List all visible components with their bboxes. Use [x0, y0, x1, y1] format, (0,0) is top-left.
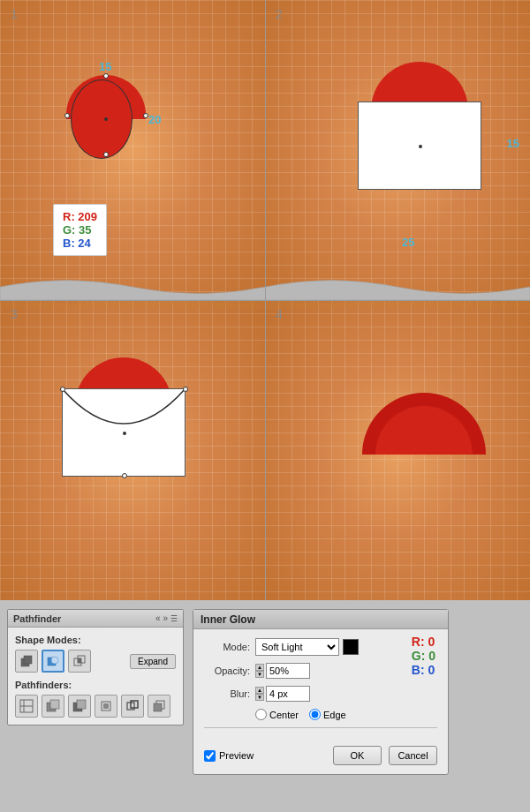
- svg-rect-15: [103, 703, 109, 709]
- edge-label: Edge: [323, 710, 346, 720]
- rgb-g: G: 0: [412, 649, 435, 663]
- preview-checkbox-label[interactable]: Preview: [204, 750, 254, 762]
- rgb-r: R: 0: [412, 635, 435, 649]
- shape-modes-label: Shape Modes:: [15, 635, 176, 645]
- merge-btn[interactable]: [68, 695, 91, 718]
- blur-up-arrow[interactable]: ▲: [255, 687, 264, 694]
- center-radio[interactable]: [255, 709, 267, 720]
- svg-rect-19: [154, 703, 162, 711]
- ok-button[interactable]: OK: [333, 746, 382, 765]
- blur-arrows[interactable]: ▲ ▼: [255, 687, 264, 701]
- cancel-button[interactable]: Cancel: [389, 746, 437, 765]
- panel-menu-icon[interactable]: ☰: [170, 614, 178, 623]
- q1-ellipse: [71, 79, 132, 159]
- minus-front-btn[interactable]: [42, 650, 64, 673]
- edge-radio[interactable]: [309, 709, 321, 720]
- quadrant-1: 1 15 20 R: 209 G: 35 B: 24: [0, 0, 265, 300]
- opacity-input[interactable]: [266, 663, 310, 679]
- q2-label-25: 25: [402, 236, 414, 249]
- blur-input[interactable]: [266, 686, 310, 702]
- pathfinders-label: Pathfinders:: [15, 680, 176, 690]
- opacity-row: Opacity: ▲ ▼: [204, 663, 437, 679]
- q1-color-box: R: 209 G: 35 B: 24: [53, 204, 107, 256]
- inner-glow-dialog: Inner Glow R: 0 G: 0 B: 0 Mode: NormalSo…: [193, 609, 449, 775]
- blur-down-arrow[interactable]: ▼: [255, 694, 264, 701]
- opacity-arrows[interactable]: ▲ ▼: [255, 664, 264, 678]
- q3-anchor-bottom: [122, 473, 127, 478]
- mode-select[interactable]: NormalSoft LightMultiplyScreen: [255, 638, 339, 656]
- shape-modes-row: Expand: [15, 650, 176, 673]
- outline-btn[interactable]: [121, 695, 144, 718]
- pathfinder-panel: Pathfinder « » ☰ Shape Modes:: [7, 609, 184, 726]
- q1-center-dot: [104, 117, 108, 121]
- pathfinder-title: Pathfinder: [13, 613, 61, 624]
- edge-radio-label[interactable]: Edge: [309, 709, 346, 720]
- color-swatch[interactable]: [343, 639, 359, 655]
- blur-spinner: ▲ ▼: [255, 686, 310, 702]
- svg-point-3: [51, 657, 58, 664]
- center-label: Center: [269, 710, 299, 720]
- svg-rect-6: [78, 658, 81, 663]
- canvas-area: 1 15 20 R: 209 G: 35 B: 24 2: [0, 0, 530, 600]
- svg-rect-1: [24, 656, 32, 664]
- quad-number-2: 2: [276, 7, 283, 21]
- q1-color-r: R: 209: [63, 210, 97, 223]
- crop-btn[interactable]: [95, 695, 117, 718]
- quadrant-3: 3: [0, 300, 265, 600]
- mode-label: Mode:: [204, 642, 250, 652]
- q1-color-b: B: 24: [63, 237, 97, 250]
- quadrant-2: 2 15 25: [265, 0, 530, 300]
- minus-back-btn[interactable]: [148, 695, 170, 718]
- rgb-display: R: 0 G: 0 B: 0: [412, 635, 435, 677]
- quadrant-4: 4: [265, 300, 530, 600]
- quad-number-3: 3: [11, 307, 18, 321]
- dialog-footer: Preview OK Cancel: [193, 742, 448, 774]
- preview-checkbox[interactable]: [204, 750, 216, 762]
- panel-collapse-icon2[interactable]: »: [163, 613, 168, 623]
- q3-anchor-top-right: [183, 387, 188, 392]
- pathfinders-row: [15, 695, 176, 718]
- opacity-down-arrow[interactable]: ▼: [255, 671, 264, 678]
- unite-btn[interactable]: [15, 650, 38, 673]
- blur-label: Blur:: [204, 688, 250, 699]
- q1-label-15: 15: [99, 60, 111, 73]
- inner-glow-body: R: 0 G: 0 B: 0 Mode: NormalSoft LightMul…: [193, 629, 448, 742]
- dialog-divider: [204, 727, 437, 728]
- opacity-spinner: ▲ ▼: [255, 663, 310, 679]
- inner-glow-titlebar: Inner Glow: [193, 610, 448, 629]
- quad-number-1: 1: [11, 7, 18, 21]
- trim-btn[interactable]: [42, 695, 64, 718]
- panel-collapse-icon[interactable]: «: [155, 613, 161, 623]
- center-radio-label[interactable]: Center: [255, 709, 299, 720]
- pathfinder-body: Shape Modes:: [8, 628, 183, 725]
- preview-label: Preview: [219, 750, 254, 761]
- intersect-btn[interactable]: [68, 650, 91, 673]
- quad-number-4: 4: [276, 307, 283, 321]
- q1-anchor-left: [64, 113, 70, 118]
- panels-area: Pathfinder « » ☰ Shape Modes:: [0, 600, 530, 812]
- mode-select-wrapper: NormalSoft LightMultiplyScreen: [255, 638, 359, 656]
- rgb-b: B: 0: [412, 663, 435, 677]
- q1-anchor-bottom: [103, 152, 109, 157]
- radio-row: Center Edge: [255, 709, 437, 720]
- q1-label-20: 20: [148, 113, 161, 126]
- opacity-label: Opacity:: [204, 665, 250, 676]
- q2-center-dot: [419, 145, 422, 148]
- q1-anchor-top: [103, 73, 109, 79]
- divide-btn[interactable]: [15, 695, 38, 718]
- panel-controls: « » ☰: [155, 613, 178, 623]
- q1-color-g: G: 35: [63, 223, 97, 237]
- main-container: 1 15 20 R: 209 G: 35 B: 24 2: [0, 0, 530, 812]
- q3-anchor-top-left: [60, 387, 65, 392]
- svg-rect-11: [50, 700, 59, 709]
- mode-row: Mode: NormalSoft LightMultiplyScreen: [204, 638, 437, 656]
- inner-glow-title: Inner Glow: [201, 613, 255, 626]
- expand-button[interactable]: Expand: [130, 654, 176, 669]
- horizontal-divider: [0, 300, 530, 301]
- svg-rect-13: [77, 700, 86, 709]
- q2-label-15: 15: [507, 137, 519, 150]
- pathfinder-titlebar: Pathfinder « » ☰: [8, 610, 183, 628]
- opacity-up-arrow[interactable]: ▲: [255, 664, 264, 671]
- q3-center-dot: [123, 432, 126, 435]
- blur-row: Blur: ▲ ▼: [204, 686, 437, 702]
